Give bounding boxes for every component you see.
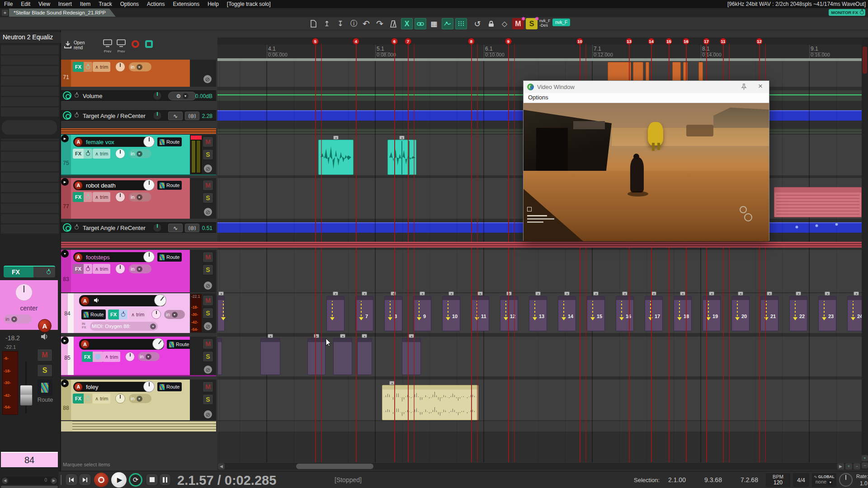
bpm-box[interactable]: BPM120 [766,473,790,487]
solo-button[interactable]: S [37,364,52,377]
track-play-icon[interactable]: ▶ [61,380,69,387]
go-to-end-button[interactable] [79,474,91,486]
scrollbar-thumb[interactable] [296,464,373,469]
trim-envelope-button[interactable]: ∧ trim [93,264,110,274]
envelope-knob[interactable] [153,111,162,120]
route-button[interactable]: Route [157,382,182,391]
input-selector[interactable]: in▾ [164,310,185,319]
left-panel-scrollbar[interactable]: ◀ 0 ▶ [1,477,58,484]
envelope-points-icon[interactable] [442,18,453,29]
track-play-icon[interactable]: ▶ [61,135,69,142]
track-panel-footsteps[interactable]: ▼ 83 A footsteps Route FX ∧ trim in▾ M S… [61,250,216,292]
play-button[interactable]: ▶ [111,472,127,488]
scroll-right-icon[interactable]: ▶ [837,463,844,469]
menu-view[interactable]: View [34,1,54,7]
menu-options[interactable]: Options [528,94,548,101]
playrate-knob[interactable] [839,473,853,487]
zoom-out-icon[interactable]: − [854,463,860,469]
fx-button[interactable]: FX [108,310,127,319]
new-project-tab-button[interactable]: + [2,9,8,16]
pan-knob[interactable] [143,179,155,191]
input-selector[interactable]: in▾ [4,314,32,324]
trim-knob[interactable] [115,394,125,404]
open-render-label[interactable]: Openrend [74,40,85,50]
trim-envelope-button[interactable]: ∧ trim [103,352,120,362]
route-button[interactable] [37,380,52,396]
snap-to-grid-icon[interactable] [455,18,467,29]
mute-script-icon[interactable]: M✱ [512,18,524,29]
fx-button[interactable]: FX [73,149,92,159]
automation-button[interactable]: A [74,138,83,146]
fx-chain-title[interactable]: Neutron 2 Equaliz [0,32,61,43]
track-name-bar[interactable]: A [79,339,164,350]
automation-button[interactable]: A [74,383,83,391]
menu-insert[interactable]: Insert [54,1,76,7]
phase-button[interactable]: ⊘ [203,75,212,83]
input-selector[interactable]: in▾ [129,149,151,158]
solo-button[interactable]: S [203,192,213,203]
fx-list-rows[interactable] [1,44,59,117]
speaker-icon[interactable] [94,297,100,305]
envelope-icon[interactable] [63,223,71,232]
save-project-icon[interactable]: ↥ [321,18,333,29]
automation-button[interactable]: A [74,181,83,190]
selection-end[interactable]: 9.3.68 [704,476,722,483]
input-selector[interactable]: in▾ [138,352,160,361]
track-name-bar[interactable]: A foley [73,382,154,392]
metronome-icon[interactable] [387,18,399,29]
lock-icon[interactable] [485,18,497,29]
mute-button[interactable]: M [203,180,213,191]
trim-knob[interactable] [115,264,125,274]
global-automation-box[interactable]: ∿ GLOBAL none ▾ [812,473,836,487]
track-name-bar[interactable]: A female vox [73,137,154,147]
collapsed-track-group-orange[interactable] [61,128,216,134]
undo-icon[interactable]: ↶ [360,18,372,29]
fx-button[interactable]: FX [73,192,92,202]
envelope-icon[interactable] [63,111,71,120]
record-arm-all-icon[interactable] [132,40,139,48]
pan-knob[interactable] [143,251,155,263]
mute-button[interactable]: M [37,349,52,361]
selection-start[interactable]: 2.1.00 [668,476,686,483]
speaker-icon[interactable] [41,333,49,342]
phase-button[interactable]: ⊘ [204,208,212,216]
pan-knob[interactable] [143,136,155,147]
envelope-knob[interactable] [153,223,162,232]
volume-fader[interactable] [20,385,33,406]
track-panel-84[interactable]: 84 A Route FX ∧ trim in▾ INFX MIDI: Oxyg… [61,293,216,333]
redo-icon[interactable]: ↷ [374,18,386,29]
project-info-icon[interactable]: ⓘ [348,18,360,29]
track-panel-85[interactable]: ▶ 85 A Route FX ∧ trim in▾ M S ⊘ [61,337,216,376]
video-window-menu[interactable]: Options [524,93,769,103]
pan-knob[interactable] [154,294,166,306]
track-panel-robot-death[interactable]: ▶ 77 A robot death Route FX ∧ trim in▾ M… [61,178,216,219]
envelope-name[interactable]: Target Angle / ReCenter [83,225,146,231]
time-signature-box[interactable]: 4/4 [793,473,809,487]
track-name-bar[interactable]: A [79,295,166,306]
envelope-mod-button[interactable]: () [185,224,199,232]
nvk-folder-button[interactable]: nvk_F [552,19,570,26]
close-icon[interactable]: × [758,82,763,91]
envelope-lane-target-angle-2[interactable]: Target Angle / ReCenter ∿ () 0.51 [61,222,216,233]
open-project-icon[interactable]: ↧ [335,18,346,29]
collapsed-track-group-khaki[interactable] [72,421,216,432]
track-name-bar[interactable]: A footsteps [73,252,154,262]
trim-envelope-button[interactable]: ∧ trim [93,394,110,404]
midi-input-selector[interactable]: MIDI: Oxygen 88:▾ [90,322,158,331]
menu-file[interactable]: File [0,1,17,7]
menu-extensions[interactable]: Extensions [169,1,203,7]
video-window-titlebar[interactable]: Video Window × [524,81,769,93]
route-button[interactable]: Route [157,181,182,190]
pan-knob[interactable] [152,338,164,350]
trim-envelope-button[interactable]: ∧ trim [93,149,110,159]
input-selector[interactable]: in▾ [129,264,151,273]
monitor-fx-button[interactable]: MONITOR FX [829,9,865,16]
route-button[interactable]: Route [167,340,191,349]
phase-button[interactable]: ⊘ [204,366,212,374]
solo-button[interactable]: S [203,149,213,160]
phase-button[interactable]: ⊘ [204,282,212,290]
route-button[interactable]: Route [157,137,182,146]
route-button[interactable]: Route [81,310,106,319]
route-button[interactable]: Route [157,253,182,262]
mute-button[interactable]: M [203,252,213,263]
